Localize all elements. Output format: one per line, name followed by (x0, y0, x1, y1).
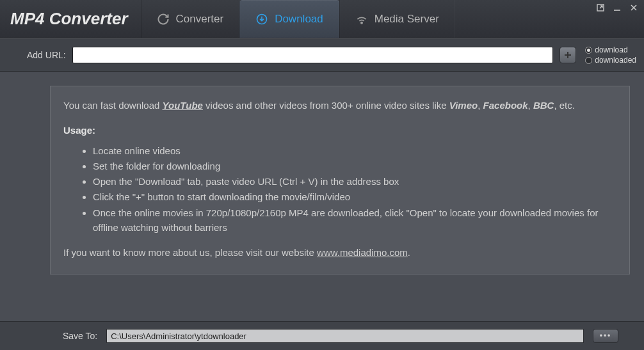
usage-heading: Usage: (63, 123, 616, 138)
tab-converter[interactable]: Converter (141, 0, 240, 38)
minimize-icon[interactable] (612, 3, 622, 13)
wifi-icon (355, 13, 368, 26)
tab-media-server-label: Media Server (374, 13, 439, 26)
intro-text: You can fast download YouTube videos and… (63, 98, 616, 113)
radio-dot-icon (585, 57, 592, 64)
tab-download-label: Download (275, 13, 323, 26)
filter-radios: download downloaded (585, 45, 636, 65)
radio-download-label: download (595, 45, 627, 54)
save-bar: Save To: ••• (0, 321, 644, 350)
titlebar: MP4 Converter Converter Download Media S… (0, 0, 644, 38)
radio-downloaded-label: downloaded (595, 56, 636, 65)
window-controls (595, 3, 639, 13)
content-area: You can fast download YouTube videos and… (0, 72, 644, 321)
save-to-label: Save To: (63, 331, 97, 341)
list-item: Open the "Download" tab, paste video URL… (93, 174, 616, 189)
tabs: Converter Download Media Server (141, 0, 455, 38)
list-item: Set the folder for downloading (93, 159, 616, 173)
radio-download[interactable]: download (585, 45, 636, 54)
list-item: Click the "+" button to start downloadin… (93, 189, 616, 204)
close-icon[interactable] (629, 3, 639, 13)
ellipsis-icon: ••• (600, 331, 612, 340)
browse-button[interactable]: ••• (593, 329, 618, 343)
radio-dot-icon (585, 47, 592, 54)
list-item: Once the online movies in 720p/1080p/216… (93, 205, 616, 235)
app-title: MP4 Converter (0, 9, 141, 29)
save-path-input[interactable] (106, 329, 584, 343)
radio-downloaded[interactable]: downloaded (585, 56, 636, 65)
footer-text: If you want to know more about us, pleas… (63, 245, 616, 260)
tab-converter-label: Converter (176, 13, 224, 26)
tab-download[interactable]: Download (239, 0, 339, 38)
download-icon (255, 13, 268, 26)
svg-rect-7 (565, 54, 571, 56)
refresh-icon (157, 13, 170, 26)
url-bar: Add URL: download downloaded (0, 38, 644, 72)
popout-icon[interactable] (595, 3, 606, 13)
add-url-label: Add URL: (27, 50, 66, 60)
info-box: You can fast download YouTube videos and… (50, 86, 630, 274)
website-link[interactable]: www.mediadimo.com (317, 247, 408, 258)
usage-list: Locate online videos Set the folder for … (63, 143, 616, 235)
add-button[interactable] (559, 47, 576, 63)
tab-media-server[interactable]: Media Server (339, 0, 455, 38)
youtube-link[interactable]: YouTube (163, 100, 203, 111)
url-input[interactable] (72, 47, 554, 63)
svg-point-1 (361, 22, 362, 23)
list-item: Locate online videos (93, 143, 616, 158)
